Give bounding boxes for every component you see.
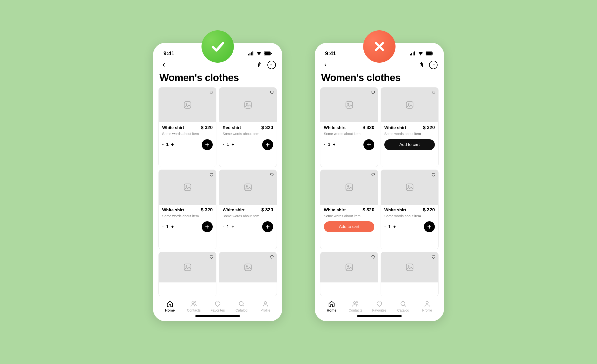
quantity-value: 1 (227, 224, 229, 229)
svg-rect-57 (406, 184, 413, 190)
product-card[interactable] (158, 252, 216, 296)
tab-home[interactable]: Home (322, 300, 341, 312)
product-description: Some words about item (324, 214, 374, 219)
plus-icon (204, 224, 210, 229)
favorite-button[interactable] (371, 255, 375, 260)
product-image (219, 170, 277, 205)
increment-button[interactable]: + (171, 142, 174, 147)
product-card[interactable]: White shirt$ 320 Some words about item -… (158, 87, 216, 167)
favorite-button[interactable] (209, 255, 214, 260)
decrement-button[interactable]: - (223, 142, 224, 147)
favorite-button[interactable] (270, 90, 274, 95)
add-button[interactable] (202, 139, 213, 150)
product-card[interactable]: White shirt$ 320 Some words about item -… (219, 170, 277, 249)
tab-label: Catalog (397, 308, 409, 312)
product-description: Some words about item (223, 132, 273, 136)
product-card[interactable]: White shirt$ 320 Some words about item -… (320, 87, 378, 167)
increment-button[interactable]: + (393, 224, 396, 229)
svg-point-30 (246, 266, 248, 267)
product-card[interactable]: White shirt$ 320 Some words about item -… (158, 170, 216, 249)
product-card[interactable] (219, 252, 277, 296)
svg-rect-11 (184, 102, 191, 108)
decrement-button[interactable]: - (324, 142, 325, 147)
add-button[interactable] (262, 221, 273, 232)
product-card[interactable]: Red shirt$ 320 Some words about item -1+ (219, 87, 277, 167)
product-card[interactable] (320, 252, 378, 296)
increment-button[interactable]: + (232, 224, 234, 229)
product-price: $ 320 (201, 125, 213, 130)
quantity-stepper[interactable]: -1+ (162, 142, 174, 147)
favorite-button[interactable] (371, 90, 375, 95)
image-placeholder-icon (244, 263, 252, 272)
tab-label: Favorites (210, 308, 225, 312)
tab-catalog[interactable]: Catalog (232, 300, 251, 312)
more-horizontal-icon (431, 63, 436, 67)
product-card[interactable]: White shirt$ 320 Some words about item A… (320, 170, 378, 249)
svg-rect-19 (184, 184, 191, 190)
decrement-button[interactable]: - (162, 142, 164, 147)
home-indicator[interactable] (357, 315, 402, 317)
add-button[interactable] (202, 221, 213, 232)
tab-catalog[interactable]: Catalog (394, 300, 412, 312)
favorite-button[interactable] (270, 172, 274, 178)
increment-button[interactable]: + (232, 142, 234, 147)
image-placeholder-icon (345, 100, 354, 109)
product-image (159, 88, 216, 122)
share-button[interactable] (417, 61, 426, 69)
add-button[interactable] (262, 139, 273, 150)
tab-favorites[interactable]: Favorites (370, 300, 389, 312)
tab-profile[interactable]: Profile (418, 300, 436, 312)
favorite-button[interactable] (209, 172, 214, 178)
plus-icon (366, 142, 372, 147)
add-button[interactable] (363, 139, 374, 150)
signal-icon (248, 51, 254, 55)
more-button[interactable] (429, 61, 438, 69)
product-grid[interactable]: White shirt$ 320 Some words about item -… (320, 87, 439, 296)
decrement-button[interactable]: - (384, 224, 386, 229)
product-card[interactable] (381, 252, 439, 296)
heart-icon (209, 90, 214, 94)
back-button[interactable] (159, 61, 168, 69)
product-grid[interactable]: White shirt$ 320 Some words about item -… (158, 87, 277, 296)
add-to-cart-button[interactable]: Add to cart (324, 221, 374, 232)
tab-home[interactable]: Home (161, 300, 179, 312)
quantity-stepper[interactable]: -1+ (162, 224, 174, 229)
tab-contacts[interactable]: Contacts (346, 300, 365, 312)
favorite-button[interactable] (270, 255, 274, 260)
favorite-button[interactable] (431, 255, 436, 260)
product-name: White shirt (384, 125, 406, 130)
quantity-stepper[interactable]: -1+ (324, 142, 336, 147)
svg-point-24 (246, 185, 248, 187)
favorite-button[interactable] (431, 172, 436, 178)
svg-point-46 (432, 65, 432, 65)
tab-profile[interactable]: Profile (256, 300, 275, 312)
quantity-stepper[interactable]: -1+ (384, 224, 396, 229)
quantity-stepper[interactable]: -1+ (223, 142, 234, 147)
product-price: $ 320 (362, 207, 374, 213)
home-indicator[interactable] (195, 315, 240, 317)
product-name: Red shirt (223, 125, 241, 130)
back-button[interactable] (321, 61, 330, 69)
svg-point-64 (408, 266, 409, 267)
increment-button[interactable]: + (333, 142, 336, 147)
image-placeholder-icon (244, 183, 252, 192)
favorite-button[interactable] (371, 172, 375, 178)
more-button[interactable] (267, 61, 276, 69)
add-to-cart-button[interactable]: Add to cart (384, 139, 435, 150)
plus-icon (204, 142, 210, 147)
decrement-button[interactable]: - (162, 224, 164, 229)
heart-icon (371, 255, 375, 259)
increment-button[interactable]: + (171, 224, 174, 229)
svg-rect-39 (411, 53, 412, 55)
quantity-stepper[interactable]: -1+ (223, 224, 234, 229)
tab-contacts[interactable]: Contacts (185, 300, 203, 312)
tab-favorites[interactable]: Favorites (208, 300, 227, 312)
product-card[interactable]: White shirt$ 320 Some words about item A… (381, 87, 439, 167)
decrement-button[interactable]: - (223, 224, 224, 229)
add-button[interactable] (424, 221, 435, 232)
share-button[interactable] (255, 61, 264, 69)
product-card[interactable]: White shirt$ 320 Some words about item -… (381, 170, 439, 249)
favorite-button[interactable] (209, 90, 214, 95)
product-image (219, 252, 277, 282)
favorite-button[interactable] (431, 90, 436, 95)
